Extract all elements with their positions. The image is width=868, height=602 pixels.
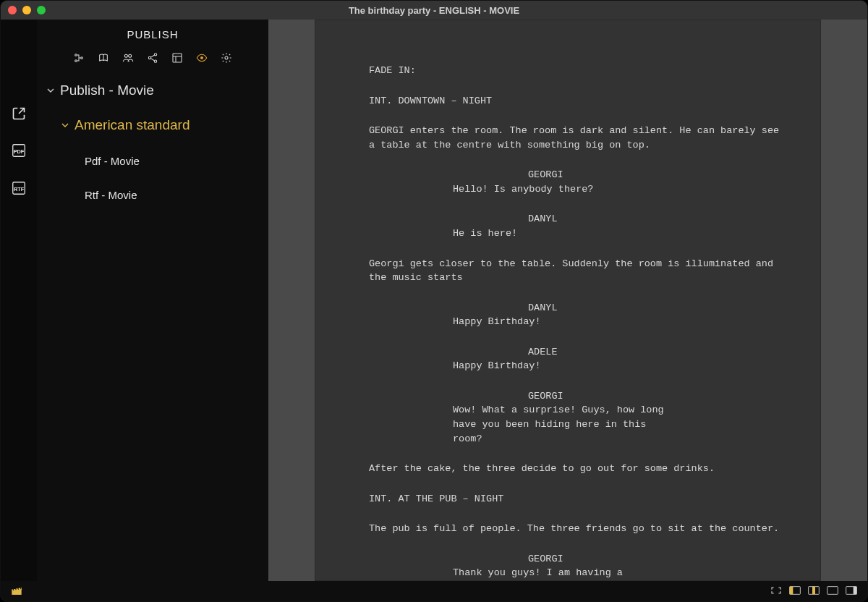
svg-point-13 [200,56,203,59]
gear-icon[interactable] [221,52,232,67]
preview-area[interactable]: FADE IN: INT. DOWNTOWN – NIGHT GEORGI en… [268,20,867,581]
character-georgi-3: GEORGI [369,552,784,567]
rtf-icon[interactable]: RTF [11,180,27,198]
panel-header: PUBLISH [37,20,268,48]
svg-rect-17 [790,587,793,595]
dialogue-4: Happy Birthday! [369,359,673,373]
dialogue-6: Thank you guys! I am having a wonderful … [369,566,673,581]
people-icon[interactable] [122,52,134,67]
svg-rect-19 [812,587,815,595]
dialogue-2: He is here! [369,226,673,241]
tree-child-label: American standard [75,117,190,133]
maximize-window[interactable] [37,6,46,14]
panel-center-highlight-icon[interactable] [808,585,820,598]
svg-point-7 [124,54,127,57]
dialogue-3: Happy Birthday! [369,315,673,329]
window-title: The birthday party - ENGLISH - MOVIE [1,5,867,16]
svg-point-6 [81,57,83,59]
action-1: GEORGI enters the room. The room is dark… [369,124,784,152]
scene-heading-1: INT. DOWNTOWN – NIGHT [369,94,784,109]
scene-heading-2: INT. AT THE PUB – NIGHT [369,492,784,506]
fade-in: FADE IN: [369,64,784,78]
clapperboard-icon[interactable] [11,585,22,598]
character-georgi-1: GEORGI [369,168,784,182]
character-georgi-2: GEORGI [369,389,784,404]
dialogue-5: Wow! What a surprise! Guys, how long hav… [369,403,673,446]
fullscreen-icon[interactable] [770,585,782,598]
action-3: After the cake, the three decide to go o… [369,462,784,476]
tree-root-publish-movie[interactable]: Publish - Movie [37,78,268,103]
layout-icon[interactable] [171,52,183,67]
export-icon[interactable] [12,106,26,122]
panel-toolbar [37,48,268,77]
close-window[interactable] [8,6,17,14]
tree-leaf-pdf[interactable]: Pdf - Movie [37,150,268,171]
svg-text:PDF: PDF [14,148,25,155]
action-2: Georgi gets closer to the table. Suddenl… [369,257,784,285]
character-danyl-1: DANYL [369,212,784,226]
svg-rect-20 [827,587,838,595]
panel-single-icon[interactable] [827,585,838,598]
character-adele: ADELE [369,345,784,360]
tree-icon[interactable] [73,52,85,67]
eye-icon[interactable] [196,52,208,67]
panel-right-icon[interactable] [846,585,857,598]
tree-root-label: Publish - Movie [60,82,154,98]
svg-rect-12 [173,54,182,62]
left-icon-rail: PDF RTF [1,20,37,581]
dialogue-1: Hello! Is anybody there? [369,182,673,197]
pdf-icon[interactable]: PDF [11,143,27,160]
tree-child-american-standard[interactable]: American standard [37,113,268,137]
panel-left-highlight-icon[interactable] [789,585,801,598]
tree-leaf-rtf-label: Rtf - Movie [85,189,137,201]
publish-panel: PUBLISH Publish - Movie American standar… [37,20,268,581]
minimize-window[interactable] [22,6,31,14]
svg-rect-22 [854,587,857,595]
tree-leaf-pdf-label: Pdf - Movie [85,155,140,167]
script-page: FADE IN: INT. DOWNTOWN – NIGHT GEORGI en… [315,20,821,581]
svg-point-5 [75,60,77,62]
svg-point-8 [129,54,132,57]
character-danyl-2: DANYL [369,301,784,315]
action-4: The pub is full of people. The three fri… [369,522,784,536]
publish-tree: Publish - Movie American standard Pdf - … [37,77,268,207]
svg-point-14 [225,56,228,59]
svg-point-4 [75,54,77,56]
svg-text:RTF: RTF [14,186,25,192]
tree-leaf-rtf[interactable]: Rtf - Movie [37,185,268,205]
status-bar [1,581,867,601]
titlebar: The birthday party - ENGLISH - MOVIE [1,1,867,20]
share-icon[interactable] [147,52,158,67]
book-icon[interactable] [98,52,109,67]
